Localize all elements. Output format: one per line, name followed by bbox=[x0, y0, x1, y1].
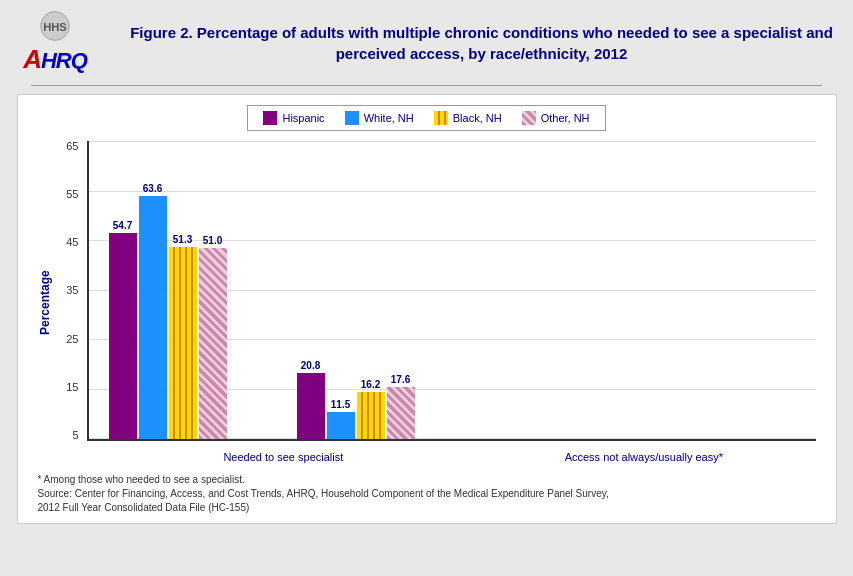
bar-other-2 bbox=[387, 387, 415, 439]
legend-item-other: Other, NH bbox=[522, 111, 590, 125]
other-swatch bbox=[522, 111, 536, 125]
footnote-1: * Among those who needed to see a specia… bbox=[38, 473, 816, 487]
bar-wrapper-other-1: 51.0 bbox=[199, 235, 227, 439]
header-divider bbox=[31, 85, 822, 86]
chart-body: Percentage 65 55 45 35 25 15 5 bbox=[38, 141, 816, 465]
bar-white-1 bbox=[139, 196, 167, 439]
black-swatch bbox=[434, 111, 448, 125]
bar-group-specialist: 54.7 63.6 51.3 bbox=[89, 183, 247, 439]
chart-inner: 65 55 45 35 25 15 5 bbox=[57, 141, 816, 465]
bar-wrapper-black-2: 16.2 bbox=[357, 379, 385, 439]
bar-value-white-1: 63.6 bbox=[143, 183, 162, 194]
chart-container: Hispanic White, NH Black, NH Other, NH P… bbox=[17, 94, 837, 524]
page: HHS AHRQ Figure 2. Percentage of adults … bbox=[0, 0, 853, 576]
chart-title: Figure 2. Percentage of adults with mult… bbox=[120, 22, 843, 64]
footnote-2: Source: Center for Financing, Access, an… bbox=[38, 487, 816, 501]
bars-area: 54.7 63.6 51.3 bbox=[87, 141, 816, 441]
x-label-specialist: Needed to see specialist bbox=[95, 447, 473, 465]
y-tick-5: 5 bbox=[72, 430, 78, 441]
bar-group-access: 20.8 11.5 16.2 bbox=[277, 360, 435, 439]
bar-wrapper-white-2: 11.5 bbox=[327, 399, 355, 439]
bar-wrapper-hispanic-1: 54.7 bbox=[109, 220, 137, 439]
legend-item-black: Black, NH bbox=[434, 111, 502, 125]
y-axis: 65 55 45 35 25 15 5 bbox=[57, 141, 87, 441]
footnotes: * Among those who needed to see a specia… bbox=[38, 473, 816, 515]
svg-text:HHS: HHS bbox=[43, 21, 67, 33]
bar-hispanic-1 bbox=[109, 233, 137, 439]
y-axis-label: Percentage bbox=[38, 141, 52, 465]
bar-value-other-1: 51.0 bbox=[203, 235, 222, 246]
bar-other-1 bbox=[199, 248, 227, 439]
other-label: Other, NH bbox=[541, 112, 590, 124]
chart-plot: 65 55 45 35 25 15 5 bbox=[57, 141, 816, 441]
hispanic-swatch bbox=[263, 111, 277, 125]
x-label-access: Access not always/usually easy* bbox=[472, 447, 815, 465]
bar-value-other-2: 17.6 bbox=[391, 374, 410, 385]
hispanic-label: Hispanic bbox=[282, 112, 324, 124]
footnote-3: 2012 Full Year Consolidated Data File (H… bbox=[38, 501, 816, 515]
x-axis-labels: Needed to see specialist Access not alwa… bbox=[57, 447, 816, 465]
y-tick-65: 65 bbox=[66, 141, 78, 152]
black-label: Black, NH bbox=[453, 112, 502, 124]
white-label: White, NH bbox=[364, 112, 414, 124]
legend-item-hispanic: Hispanic bbox=[263, 111, 324, 125]
legend: Hispanic White, NH Black, NH Other, NH bbox=[247, 105, 605, 131]
header: HHS AHRQ Figure 2. Percentage of adults … bbox=[10, 10, 843, 75]
bar-black-2 bbox=[357, 392, 385, 439]
y-tick-25: 25 bbox=[66, 334, 78, 345]
bar-wrapper-white-1: 63.6 bbox=[139, 183, 167, 439]
bar-hispanic-2 bbox=[297, 373, 325, 439]
y-tick-45: 45 bbox=[66, 237, 78, 248]
bar-wrapper-hispanic-2: 20.8 bbox=[297, 360, 325, 439]
bar-value-black-1: 51.3 bbox=[173, 234, 192, 245]
legend-item-white: White, NH bbox=[345, 111, 414, 125]
bar-value-hispanic-1: 54.7 bbox=[113, 220, 132, 231]
bar-black-1 bbox=[169, 247, 197, 439]
bar-value-hispanic-2: 20.8 bbox=[301, 360, 320, 371]
bar-value-black-2: 16.2 bbox=[361, 379, 380, 390]
white-swatch bbox=[345, 111, 359, 125]
logo-area: HHS AHRQ bbox=[10, 10, 100, 75]
title-area: Figure 2. Percentage of adults with mult… bbox=[120, 22, 843, 64]
ahrq-logo: AHRQ bbox=[23, 44, 87, 75]
bar-value-white-2: 11.5 bbox=[331, 399, 350, 410]
bar-white-2 bbox=[327, 412, 355, 439]
bar-wrapper-other-2: 17.6 bbox=[387, 374, 415, 439]
y-tick-15: 15 bbox=[66, 382, 78, 393]
bar-wrapper-black-1: 51.3 bbox=[169, 234, 197, 439]
y-tick-55: 55 bbox=[66, 189, 78, 200]
hhs-logo-icon: HHS bbox=[39, 10, 71, 42]
y-tick-35: 35 bbox=[66, 285, 78, 296]
